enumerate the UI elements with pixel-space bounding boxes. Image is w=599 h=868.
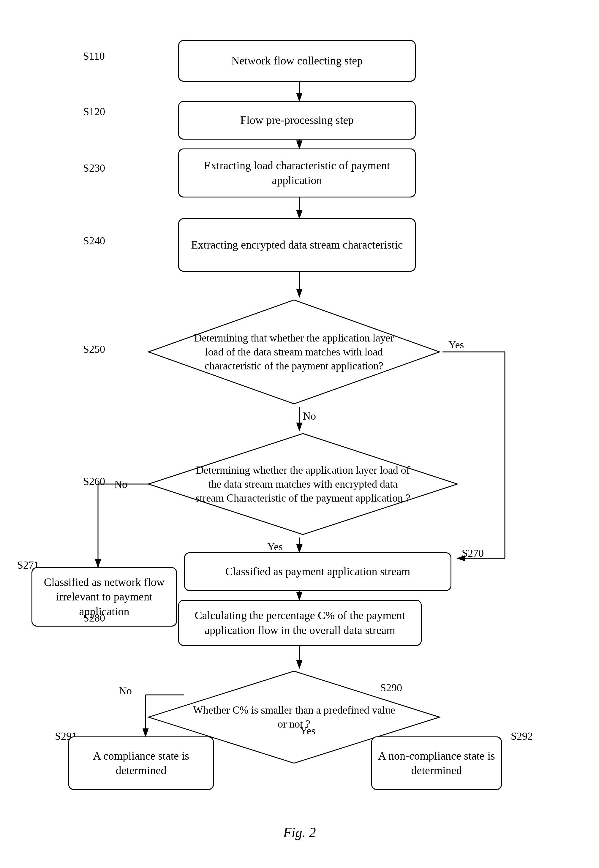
box-s280: Calculating the percentage C% of the pay… [178, 600, 422, 646]
yes-label-s250: Yes [448, 338, 464, 351]
label-s280: S280 [83, 612, 105, 624]
diagram: S110 Network flow collecting step S120 F… [0, 0, 599, 849]
label-s120: S120 [83, 105, 105, 118]
label-s110: S110 [83, 50, 105, 62]
box-s292: A non-compliance state is determined [371, 736, 502, 790]
fig-caption: Fig. 2 [0, 824, 599, 840]
diamond-s260: Determining whether the application laye… [146, 430, 460, 537]
label-s240: S240 [83, 235, 105, 247]
label-s260: S260 [83, 475, 105, 487]
box-s270: Classified as payment application stream [184, 552, 452, 591]
box-s110: Network flow collecting step [178, 40, 416, 82]
no-label-s290: No [119, 684, 132, 697]
yes-label-s260: Yes [267, 540, 283, 553]
no-label-s260: No [114, 478, 127, 490]
label-s292: S292 [511, 730, 533, 742]
diamond-s250: Determining that whether the application… [146, 297, 442, 407]
box-s291: A compliance state is determined [68, 736, 214, 790]
box-s230: Extracting load characteristic of paymen… [178, 149, 416, 197]
diamond-s250-text: Determining that whether the application… [190, 331, 398, 373]
box-s240: Extracting encrypted data stream charact… [178, 218, 416, 272]
label-s270: S270 [462, 547, 484, 560]
no-label-s250: No [303, 410, 316, 422]
box-s120: Flow pre-processing step [178, 101, 416, 140]
diamond-s260-text: Determining whether the application laye… [193, 463, 413, 505]
diamond-s290-text: Whether C% is smaller than a predefined … [190, 703, 398, 731]
label-s230: S230 [83, 162, 105, 174]
label-s250: S250 [83, 343, 105, 355]
